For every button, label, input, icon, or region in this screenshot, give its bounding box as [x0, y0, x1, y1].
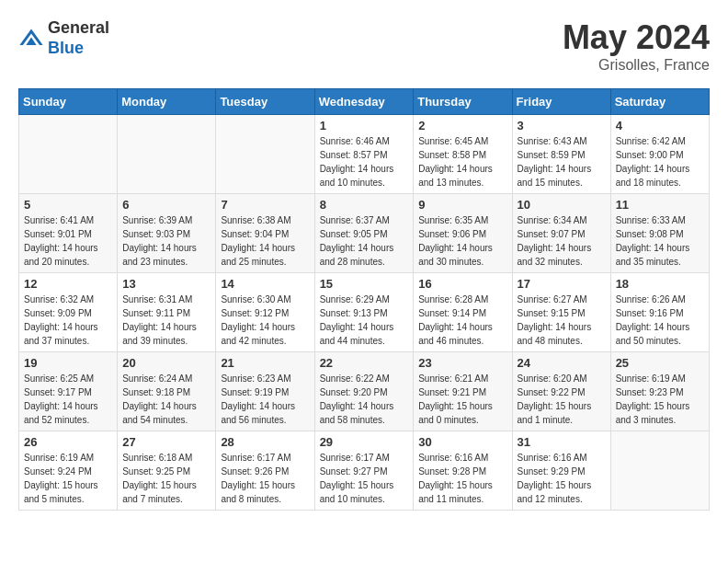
day-info: Sunrise: 6:28 AM Sunset: 9:14 PM Dayligh…	[418, 293, 506, 348]
day-number: 4	[616, 119, 704, 132]
day-info: Sunrise: 6:20 AM Sunset: 9:22 PM Dayligh…	[518, 372, 606, 427]
day-info: Sunrise: 6:45 AM Sunset: 8:58 PM Dayligh…	[418, 134, 506, 190]
calendar-day-cell: 23 Sunrise: 6:21 AM Sunset: 9:21 PM Dayl…	[414, 352, 512, 431]
calendar-day-cell: 10 Sunrise: 6:34 AM Sunset: 9:07 PM Dayl…	[512, 194, 610, 273]
calendar-day-cell	[118, 115, 216, 194]
day-info: Sunrise: 6:38 AM Sunset: 9:04 PM Dayligh…	[221, 213, 309, 269]
day-number: 24	[518, 356, 606, 370]
calendar-day-cell: 26 Sunrise: 6:19 AM Sunset: 9:24 PM Dayl…	[19, 431, 118, 511]
day-info: Sunrise: 6:37 AM Sunset: 9:05 PM Dayligh…	[320, 213, 409, 269]
day-info: Sunrise: 6:21 AM Sunset: 9:21 PM Dayligh…	[418, 372, 506, 427]
calendar-day-cell: 29 Sunrise: 6:17 AM Sunset: 9:27 PM Dayl…	[314, 431, 414, 511]
day-info: Sunrise: 6:43 AM Sunset: 8:59 PM Dayligh…	[518, 134, 606, 190]
calendar-day-cell: 25 Sunrise: 6:19 AM Sunset: 9:23 PM Dayl…	[610, 352, 709, 431]
weekday-header: Monday	[118, 89, 216, 115]
day-info: Sunrise: 6:17 AM Sunset: 9:27 PM Dayligh…	[320, 451, 409, 506]
weekday-header: Sunday	[19, 89, 118, 115]
calendar-day-cell: 2 Sunrise: 6:45 AM Sunset: 8:58 PM Dayli…	[414, 115, 512, 194]
day-info: Sunrise: 6:46 AM Sunset: 8:57 PM Dayligh…	[320, 134, 409, 190]
day-number: 19	[24, 356, 112, 370]
calendar-day-cell: 30 Sunrise: 6:16 AM Sunset: 9:28 PM Dayl…	[414, 431, 512, 511]
calendar-week-row: 1 Sunrise: 6:46 AM Sunset: 8:57 PM Dayli…	[19, 115, 710, 194]
day-number: 30	[418, 435, 506, 449]
calendar-day-cell: 3 Sunrise: 6:43 AM Sunset: 8:59 PM Dayli…	[512, 115, 610, 194]
calendar-day-cell: 6 Sunrise: 6:39 AM Sunset: 9:03 PM Dayli…	[118, 194, 216, 273]
day-info: Sunrise: 6:19 AM Sunset: 9:24 PM Dayligh…	[24, 451, 112, 506]
day-number: 29	[320, 435, 409, 449]
weekday-header: Thursday	[414, 89, 512, 115]
logo-general-text: General	[48, 18, 109, 39]
day-info: Sunrise: 6:35 AM Sunset: 9:06 PM Dayligh…	[418, 213, 506, 269]
calendar-title: May 2024	[563, 18, 710, 57]
day-number: 12	[24, 277, 112, 291]
calendar-day-cell: 16 Sunrise: 6:28 AM Sunset: 9:14 PM Dayl…	[414, 273, 512, 352]
day-number: 5	[24, 198, 112, 212]
day-info: Sunrise: 6:16 AM Sunset: 9:28 PM Dayligh…	[418, 451, 506, 506]
weekday-header: Wednesday	[314, 89, 414, 115]
day-number: 6	[122, 198, 210, 212]
calendar-day-cell: 18 Sunrise: 6:26 AM Sunset: 9:16 PM Dayl…	[610, 273, 709, 352]
calendar-location: Grisolles, France	[563, 57, 710, 74]
day-number: 18	[616, 277, 704, 291]
day-number: 15	[320, 277, 409, 291]
day-number: 8	[320, 198, 409, 212]
calendar-week-row: 12 Sunrise: 6:32 AM Sunset: 9:09 PM Dayl…	[19, 273, 710, 352]
calendar-day-cell: 22 Sunrise: 6:22 AM Sunset: 9:20 PM Dayl…	[314, 352, 414, 431]
day-number: 1	[320, 119, 409, 132]
calendar-day-cell: 21 Sunrise: 6:23 AM Sunset: 9:19 PM Dayl…	[216, 352, 314, 431]
day-number: 27	[122, 435, 210, 449]
day-info: Sunrise: 6:34 AM Sunset: 9:07 PM Dayligh…	[518, 213, 606, 269]
day-info: Sunrise: 6:32 AM Sunset: 9:09 PM Dayligh…	[24, 293, 112, 348]
calendar-day-cell: 15 Sunrise: 6:29 AM Sunset: 9:13 PM Dayl…	[314, 273, 414, 352]
calendar-day-cell: 4 Sunrise: 6:42 AM Sunset: 9:00 PM Dayli…	[610, 115, 709, 194]
day-number: 31	[518, 435, 606, 449]
calendar-day-cell: 17 Sunrise: 6:27 AM Sunset: 9:15 PM Dayl…	[512, 273, 610, 352]
day-number: 9	[418, 198, 506, 212]
day-info: Sunrise: 6:29 AM Sunset: 9:13 PM Dayligh…	[320, 293, 409, 348]
day-info: Sunrise: 6:23 AM Sunset: 9:19 PM Dayligh…	[221, 372, 309, 427]
weekday-header: Friday	[512, 89, 610, 115]
day-number: 17	[518, 277, 606, 291]
day-number: 23	[418, 356, 506, 370]
day-number: 28	[221, 435, 309, 449]
calendar-week-row: 5 Sunrise: 6:41 AM Sunset: 9:01 PM Dayli…	[19, 194, 710, 273]
calendar-day-cell: 9 Sunrise: 6:35 AM Sunset: 9:06 PM Dayli…	[414, 194, 512, 273]
day-info: Sunrise: 6:39 AM Sunset: 9:03 PM Dayligh…	[122, 213, 210, 269]
day-info: Sunrise: 6:41 AM Sunset: 9:01 PM Dayligh…	[24, 213, 112, 269]
calendar-header-row: SundayMondayTuesdayWednesdayThursdayFrid…	[19, 89, 710, 115]
calendar-day-cell: 20 Sunrise: 6:24 AM Sunset: 9:18 PM Dayl…	[118, 352, 216, 431]
calendar-day-cell: 11 Sunrise: 6:33 AM Sunset: 9:08 PM Dayl…	[610, 194, 709, 273]
day-info: Sunrise: 6:42 AM Sunset: 9:00 PM Dayligh…	[616, 134, 704, 190]
day-number: 21	[221, 356, 309, 370]
calendar-week-row: 26 Sunrise: 6:19 AM Sunset: 9:24 PM Dayl…	[19, 431, 710, 511]
calendar-day-cell	[610, 431, 709, 511]
day-number: 14	[221, 277, 309, 291]
calendar-day-cell	[19, 115, 118, 194]
day-number: 2	[418, 119, 506, 132]
calendar-day-cell: 27 Sunrise: 6:18 AM Sunset: 9:25 PM Dayl…	[118, 431, 216, 511]
calendar-day-cell: 13 Sunrise: 6:31 AM Sunset: 9:11 PM Dayl…	[118, 273, 216, 352]
logo-text: General Blue	[48, 18, 109, 58]
day-number: 22	[320, 356, 409, 370]
logo-icon	[18, 26, 44, 52]
day-info: Sunrise: 6:31 AM Sunset: 9:11 PM Dayligh…	[122, 293, 210, 348]
day-number: 3	[518, 119, 606, 132]
day-number: 7	[221, 198, 309, 212]
day-number: 13	[122, 277, 210, 291]
calendar-day-cell: 7 Sunrise: 6:38 AM Sunset: 9:04 PM Dayli…	[216, 194, 314, 273]
title-block: May 2024 Grisolles, France	[563, 18, 710, 74]
calendar-day-cell: 19 Sunrise: 6:25 AM Sunset: 9:17 PM Dayl…	[19, 352, 118, 431]
weekday-header: Tuesday	[216, 89, 314, 115]
day-info: Sunrise: 6:19 AM Sunset: 9:23 PM Dayligh…	[616, 372, 704, 427]
day-number: 10	[518, 198, 606, 212]
day-info: Sunrise: 6:33 AM Sunset: 9:08 PM Dayligh…	[616, 213, 704, 269]
calendar-week-row: 19 Sunrise: 6:25 AM Sunset: 9:17 PM Dayl…	[19, 352, 710, 431]
day-info: Sunrise: 6:26 AM Sunset: 9:16 PM Dayligh…	[616, 293, 704, 348]
day-info: Sunrise: 6:17 AM Sunset: 9:26 PM Dayligh…	[221, 451, 309, 506]
calendar-day-cell: 28 Sunrise: 6:17 AM Sunset: 9:26 PM Dayl…	[216, 431, 314, 511]
day-info: Sunrise: 6:16 AM Sunset: 9:29 PM Dayligh…	[518, 451, 606, 506]
calendar-day-cell: 31 Sunrise: 6:16 AM Sunset: 9:29 PM Dayl…	[512, 431, 610, 511]
day-info: Sunrise: 6:18 AM Sunset: 9:25 PM Dayligh…	[122, 451, 210, 506]
day-info: Sunrise: 6:24 AM Sunset: 9:18 PM Dayligh…	[122, 372, 210, 427]
calendar-day-cell: 24 Sunrise: 6:20 AM Sunset: 9:22 PM Dayl…	[512, 352, 610, 431]
